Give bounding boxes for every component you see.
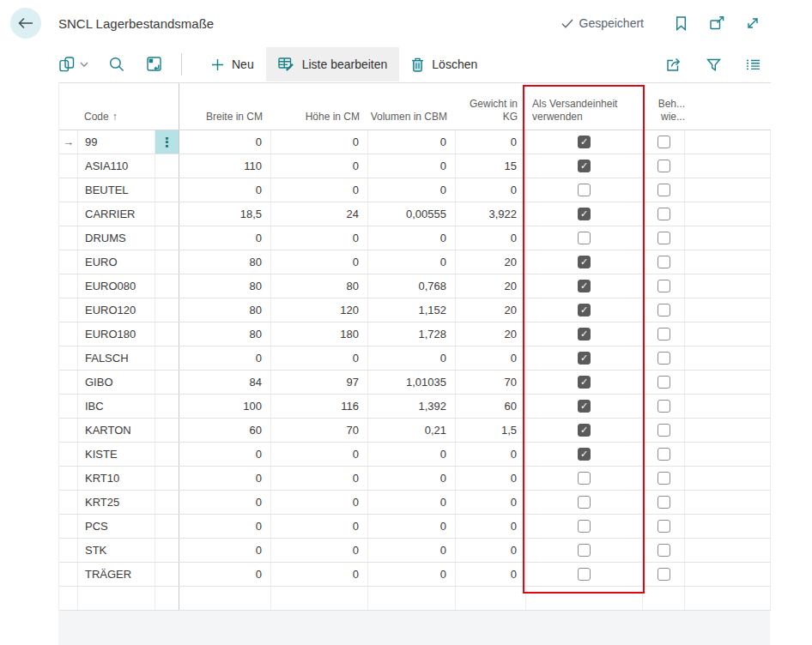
beh-checkbox[interactable] xyxy=(657,400,670,413)
cell-breite[interactable]: 80 xyxy=(179,298,271,322)
cell-breite[interactable]: 80 xyxy=(179,250,271,274)
versandeinheit-checkbox[interactable] xyxy=(578,160,591,172)
cell-hoehe[interactable]: 0 xyxy=(271,467,368,490)
cell-hoehe[interactable]: 116 xyxy=(271,395,368,418)
cell-volumen[interactable]: 1,728 xyxy=(368,322,456,346)
table-row[interactable]: TRÄGER0000 xyxy=(59,563,771,587)
cell-breite[interactable]: 18,5 xyxy=(179,202,271,226)
share-icon[interactable] xyxy=(664,55,683,74)
beh-checkbox[interactable] xyxy=(657,448,670,461)
cell-volumen[interactable]: 0 xyxy=(368,515,456,538)
cell-gewicht[interactable]: 1,5 xyxy=(456,419,526,442)
versandeinheit-checkbox[interactable] xyxy=(578,544,591,557)
beh-checkbox[interactable] xyxy=(657,544,670,557)
column-header-code[interactable]: Code ↑ xyxy=(59,83,179,130)
cell-hoehe[interactable]: 0 xyxy=(271,443,368,466)
cell-code[interactable]: DRUMS xyxy=(78,226,155,250)
cell-breite[interactable]: 0 xyxy=(179,347,271,370)
cell-gewicht[interactable]: 20 xyxy=(456,250,526,274)
beh-checkbox[interactable] xyxy=(657,376,670,389)
cell-hoehe[interactable]: 0 xyxy=(271,491,368,514)
versandeinheit-checkbox[interactable] xyxy=(578,376,591,389)
cell-volumen[interactable]: 1,152 xyxy=(368,298,456,322)
cell-gewicht[interactable]: 0 xyxy=(456,443,526,466)
delete-button[interactable]: Löschen xyxy=(399,47,489,81)
cell-gewicht[interactable]: 0 xyxy=(456,347,526,370)
versandeinheit-checkbox[interactable] xyxy=(578,496,591,509)
beh-checkbox[interactable] xyxy=(657,160,670,172)
cell-code[interactable]: KARTON xyxy=(78,419,155,442)
table-row[interactable]: FALSCH0000 xyxy=(59,347,771,371)
table-row[interactable]: IBC1001161,39260 xyxy=(59,395,771,419)
beh-checkbox[interactable] xyxy=(657,304,670,316)
table-row[interactable]: →99⋮0000 xyxy=(59,130,771,154)
table-row[interactable]: EURO180801801,72820 xyxy=(59,322,771,347)
cell-code[interactable]: EURO120 xyxy=(78,298,155,322)
cell-gewicht[interactable]: 15 xyxy=(456,154,526,178)
column-header-breite[interactable]: Breite in CM xyxy=(179,83,271,130)
table-row[interactable]: STK0000 xyxy=(59,539,771,563)
cell-gewicht[interactable]: 0 xyxy=(456,515,526,538)
bookmark-icon[interactable] xyxy=(671,14,690,33)
cell-code[interactable]: EURO180 xyxy=(78,322,155,346)
cell-volumen[interactable]: 0 xyxy=(368,539,456,562)
cell-gewicht[interactable]: 70 xyxy=(456,371,526,394)
cell-gewicht[interactable]: 3,922 xyxy=(456,202,526,226)
cell-code[interactable]: FALSCH xyxy=(78,347,155,370)
beh-checkbox[interactable] xyxy=(657,280,670,292)
cell-volumen[interactable]: 0 xyxy=(368,443,456,466)
cell-gewicht[interactable]: 0 xyxy=(456,130,526,154)
cell-gewicht[interactable]: 20 xyxy=(456,274,526,298)
beh-checkbox[interactable] xyxy=(657,328,670,341)
cell-gewicht[interactable]: 20 xyxy=(456,298,526,322)
cell-breite[interactable]: 100 xyxy=(179,395,271,418)
versandeinheit-checkbox[interactable] xyxy=(578,352,591,365)
table-row[interactable]: BEUTEL0000 xyxy=(59,178,771,202)
filter-icon[interactable] xyxy=(704,55,723,74)
versandeinheit-checkbox[interactable] xyxy=(578,136,591,148)
cell-volumen[interactable]: 0,21 xyxy=(368,419,456,442)
table-row[interactable]: KRT250000 xyxy=(59,491,771,515)
list-options-icon[interactable] xyxy=(743,55,762,74)
versandeinheit-checkbox[interactable] xyxy=(578,328,591,341)
cell-code[interactable]: TRÄGER xyxy=(78,563,155,586)
table-row[interactable]: KISTE0000 xyxy=(59,443,771,467)
cell-code[interactable]: KISTE xyxy=(78,443,155,466)
expand-icon[interactable] xyxy=(743,14,762,33)
table-row[interactable]: KARTON60700,211,5 xyxy=(59,419,771,443)
table-row[interactable]: KRT100000 xyxy=(59,467,771,491)
cell-volumen[interactable]: 0 xyxy=(368,154,456,178)
cell-code[interactable]: IBC xyxy=(78,395,155,418)
beh-checkbox[interactable] xyxy=(657,520,670,533)
cell-breite[interactable]: 0 xyxy=(179,563,271,586)
beh-checkbox[interactable] xyxy=(657,208,670,220)
cell-gewicht[interactable]: 0 xyxy=(456,491,526,514)
cell-breite[interactable]: 0 xyxy=(179,491,271,514)
cell-volumen[interactable]: 0 xyxy=(368,250,456,274)
cell-breite[interactable]: 84 xyxy=(179,371,271,394)
cell-hoehe[interactable]: 70 xyxy=(271,419,368,442)
beh-checkbox[interactable] xyxy=(657,496,670,509)
cell-volumen[interactable]: 0 xyxy=(368,226,456,250)
table-row[interactable]: EURO120801201,15220 xyxy=(59,298,771,322)
versandeinheit-checkbox[interactable] xyxy=(578,520,591,533)
cell-breite[interactable]: 0 xyxy=(179,130,271,154)
table-row[interactable]: EURO800020 xyxy=(59,250,771,274)
cell-code[interactable]: ASIA110 xyxy=(78,154,155,178)
cell-hoehe[interactable]: 120 xyxy=(271,298,368,322)
open-in-window-icon[interactable] xyxy=(707,14,726,33)
table-row[interactable]: GIBO84971,0103570 xyxy=(59,371,771,395)
cell-breite[interactable]: 110 xyxy=(179,154,271,178)
cell-breite[interactable]: 0 xyxy=(179,539,271,562)
cell-volumen[interactable]: 0,768 xyxy=(368,274,456,298)
cell-gewicht[interactable]: 0 xyxy=(456,563,526,586)
cell-code[interactable]: KRT10 xyxy=(78,467,155,490)
cell-code[interactable]: EURO xyxy=(78,250,155,274)
cell-hoehe[interactable]: 0 xyxy=(271,130,368,154)
cell-gewicht[interactable]: 60 xyxy=(456,395,526,418)
versandeinheit-checkbox[interactable] xyxy=(578,568,591,581)
versandeinheit-checkbox[interactable] xyxy=(578,472,591,485)
search-icon[interactable] xyxy=(107,55,126,74)
column-header-gewicht[interactable]: Gewicht in KG xyxy=(456,83,526,130)
cell-code[interactable]: CARRIER xyxy=(78,202,155,226)
